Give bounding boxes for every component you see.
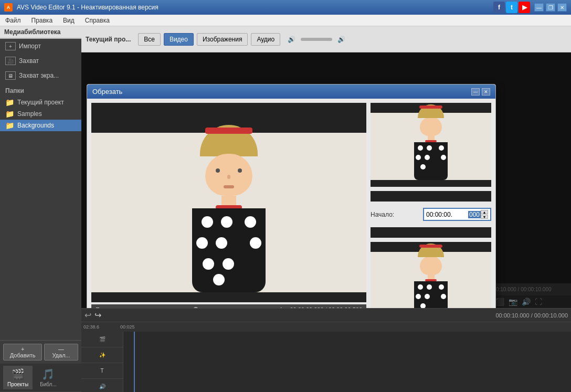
- capture-screen-icon: 🖥: [5, 71, 16, 80]
- tab-images[interactable]: Изображения: [197, 33, 248, 46]
- youtube-icon[interactable]: ▶: [519, 2, 530, 13]
- start-time-hl: 000: [468, 211, 481, 218]
- timeline-time-display: 00:00:10.000 / 00:00:10.000: [495, 312, 568, 319]
- tab-audio[interactable]: Аудио: [251, 33, 280, 46]
- player-status-text: Пауза: [96, 306, 112, 308]
- menu-file[interactable]: Файл: [2, 16, 24, 25]
- undo-button[interactable]: ↩: [84, 310, 91, 320]
- person-neck: [221, 196, 236, 206]
- timeline-toolbar: ↩ ↪ 00:00:10.000 / 00:00:10.000: [81, 309, 571, 322]
- twitter-icon[interactable]: t: [506, 2, 517, 13]
- current-project-folder[interactable]: 📁 Текущий проект: [0, 97, 81, 108]
- thumb-figure-end: [414, 243, 448, 308]
- thumb-dot-2: [427, 145, 432, 151]
- folder-icon: 📁: [5, 98, 14, 107]
- menu-help[interactable]: Справка: [82, 16, 113, 25]
- thumb-dot-e4: [416, 294, 421, 299]
- samples-folder[interactable]: 📁 Samples: [0, 108, 81, 120]
- timeline-area: ↩ ↪ 00:00:10.000 / 00:00:10.000 02:38.6 …: [81, 308, 571, 392]
- dress-dot-2: [221, 216, 232, 228]
- volume-slider[interactable]: [301, 38, 332, 41]
- thumb-separator-start: [371, 191, 491, 202]
- thumb-hair-end: [418, 243, 444, 257]
- dress-dot-4: [196, 237, 208, 249]
- ruler-tick-1: 02:38.6: [83, 324, 99, 330]
- library-tab-icon: 🎵: [41, 368, 55, 380]
- thumb-separator-end: [371, 227, 491, 238]
- track-label-text: T: [81, 363, 123, 379]
- track-area[interactable]: [123, 332, 571, 392]
- volume-max-icon: 🔊: [337, 36, 345, 43]
- person-face: [205, 154, 252, 196]
- facebook-icon[interactable]: f: [493, 2, 505, 13]
- eye-left: [216, 168, 220, 173]
- thumb-dot-3: [439, 145, 444, 151]
- person-figure: [192, 125, 266, 292]
- dress-dots: [192, 208, 266, 292]
- dress-dot-3: [245, 216, 256, 228]
- tab-all[interactable]: Все: [138, 33, 161, 46]
- person-nose: [227, 175, 230, 179]
- playhead: [134, 332, 135, 392]
- projects-tab-icon: 🎬: [12, 368, 25, 380]
- timeline-ruler: 02:38.6 00:025: [81, 322, 571, 332]
- person-background: [91, 103, 366, 302]
- start-spin-down[interactable]: ▼: [481, 215, 488, 219]
- folders-section-label: Папки: [0, 83, 81, 97]
- dress-dot-1: [202, 216, 213, 228]
- end-thumbnail: [371, 242, 491, 308]
- crop-dialog-minimize[interactable]: —: [471, 88, 480, 96]
- main-content-area: 00:00:10.000 / 00:00:10.000 ⬛ 📷 🔊 ⛶ О: [81, 52, 571, 308]
- track-label-audio: 🔊: [81, 379, 123, 392]
- backgrounds-folder[interactable]: 📁 Backgrounds: [0, 120, 81, 131]
- add-button[interactable]: + Добавить: [3, 344, 42, 361]
- dress-dot-5: [216, 237, 227, 249]
- crop-right-panel: Начало: 00:00:00. 000 ▲ ▼: [371, 103, 491, 308]
- ruler-tick-2: 00:025: [120, 324, 135, 330]
- thumb-dot-6: [441, 155, 446, 160]
- remove-button[interactable]: — Удал...: [44, 344, 78, 361]
- start-time-row: Начало: 00:00:00. 000 ▲ ▼: [371, 206, 491, 223]
- start-spin-up[interactable]: ▲: [481, 210, 488, 214]
- capture-screen-button[interactable]: 🖥 Захват экра...: [0, 68, 81, 83]
- start-time-value: 00:00:00.: [426, 211, 468, 218]
- speaker-icon: 🔊: [288, 36, 295, 43]
- hair-band: [205, 128, 252, 134]
- close-button[interactable]: ✕: [557, 3, 567, 12]
- thumb-face: [420, 117, 442, 136]
- import-button[interactable]: + Импорт: [0, 39, 81, 54]
- app-icon: A: [4, 3, 13, 12]
- menu-bar: Файл Правка Вид Справка: [0, 15, 571, 26]
- sidebar-bottom-buttons: + Добавить — Удал...: [0, 340, 81, 364]
- projects-tab[interactable]: 🎬 Проекты: [3, 366, 33, 389]
- eye-right: [238, 168, 242, 173]
- thumb-dot-e3: [439, 284, 444, 290]
- start-label: Начало:: [371, 211, 394, 218]
- crop-dialog-close[interactable]: ✕: [482, 88, 490, 96]
- library-tab[interactable]: 🎵 Библ...: [36, 366, 61, 389]
- redo-button[interactable]: ↪: [94, 310, 101, 320]
- menu-edit[interactable]: Правка: [28, 16, 56, 25]
- project-tab-row: 🎬 Проекты 🎵 Библ...: [0, 364, 81, 392]
- thumb-dot-e6: [441, 294, 446, 299]
- player-status-bar: Пауза 1x 00:00:00.000 / 00:00:06.506: [91, 304, 366, 308]
- capture-button[interactable]: 🎥 Захват: [0, 54, 81, 68]
- thumb-dot-7: [420, 164, 426, 169]
- dress-dot-6: [250, 237, 261, 249]
- thumb-figure-start: [414, 104, 448, 180]
- start-time-spinner[interactable]: ▲ ▼: [481, 210, 488, 219]
- app-title: AVS Video Editor 9.1 - Неактивированная …: [17, 4, 158, 11]
- thumb-dot-5: [425, 155, 430, 160]
- crop-video-panel: Пауза 1x 00:00:00.000 / 00:00:06.506: [91, 103, 366, 308]
- tab-video[interactable]: Видео: [164, 33, 194, 46]
- minimize-button[interactable]: —: [534, 3, 544, 12]
- start-time-input[interactable]: 00:00:00. 000 ▲ ▼: [423, 208, 491, 221]
- menu-view[interactable]: Вид: [60, 16, 78, 25]
- thumb-dot-e7: [420, 303, 426, 308]
- thumb-band-end: [419, 245, 442, 248]
- thumb-hair: [418, 104, 444, 118]
- restore-button[interactable]: ❐: [546, 3, 555, 12]
- thumb-person-end: [371, 242, 491, 308]
- thumb-dot-e5: [425, 294, 430, 299]
- dress-dot-8: [223, 258, 234, 270]
